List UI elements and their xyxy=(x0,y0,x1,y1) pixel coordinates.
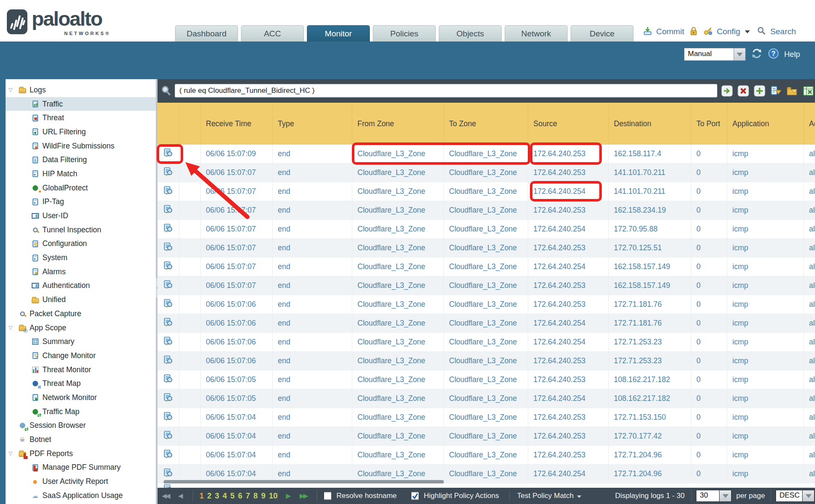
cell-detail[interactable] xyxy=(158,239,179,258)
export-icon[interactable] xyxy=(803,85,814,97)
first-page-button[interactable]: ◀◀ xyxy=(162,492,169,500)
cell-to-zone[interactable]: Cloudflare_L3_Zone xyxy=(444,465,528,483)
sidebar-item-wildfire-submissions[interactable]: ▲WildFire Submissions xyxy=(6,139,156,153)
cell-to-zone[interactable]: Cloudflare_L3_Zone xyxy=(444,446,528,465)
cell-destination[interactable]: 162.158.234.19 xyxy=(609,201,691,220)
expander-icon[interactable]: ▽ xyxy=(9,87,18,93)
refresh-mode-dropdown-icon[interactable] xyxy=(734,48,746,61)
config-button[interactable]: Config xyxy=(717,27,740,36)
log-row-15[interactable]: 06/06 15:07:04endCloudflare_L3_ZoneCloud… xyxy=(158,408,815,427)
cell-source[interactable]: 172.64.240.253 xyxy=(528,276,609,295)
cell-detail[interactable] xyxy=(158,352,179,371)
sidebar-item-configuration[interactable]: ⚙Configuration xyxy=(6,237,156,251)
cell-source[interactable]: 172.64.240.254 xyxy=(528,333,609,352)
log-detail-icon[interactable] xyxy=(164,243,173,253)
log-detail-icon[interactable] xyxy=(164,205,173,216)
log-detail-icon[interactable] xyxy=(164,337,173,347)
log-row-7[interactable]: 06/06 15:07:07endCloudflare_L3_ZoneCloud… xyxy=(158,258,815,276)
page-number-2[interactable]: 2 xyxy=(207,492,211,501)
cell-to-zone[interactable]: Cloudflare_L3_Zone xyxy=(444,408,528,427)
log-row-13[interactable]: 06/06 15:07:05endCloudflare_L3_ZoneCloud… xyxy=(158,371,815,389)
sort-order-select[interactable]: DESC xyxy=(776,490,815,502)
cell-detail[interactable] xyxy=(158,201,179,220)
per-page-dropdown-icon[interactable] xyxy=(720,490,732,502)
log-detail-icon[interactable] xyxy=(164,167,173,178)
sidebar-item-traffic-map[interactable]: ⇄Traffic Map xyxy=(6,405,156,419)
sidebar-item-tunnel-inspection[interactable]: Tunnel Inspection xyxy=(6,223,156,237)
tab-monitor[interactable]: Monitor xyxy=(307,25,370,42)
page-number-5[interactable]: 5 xyxy=(230,492,235,501)
cell-destination[interactable]: 172.70.125.51 xyxy=(609,239,691,258)
cell-destination[interactable]: 141.101.70.211 xyxy=(609,182,691,201)
log-row-1[interactable]: 06/06 15:07:09endCloudflare_L3_ZoneCloud… xyxy=(158,145,815,163)
cell-detail[interactable] xyxy=(158,276,179,295)
sidebar-item-data-filtering[interactable]: ≡Data Filtering xyxy=(6,153,156,167)
cell-to-zone[interactable]: Cloudflare_L3_Zone xyxy=(444,182,528,201)
cell-detail[interactable] xyxy=(158,220,179,239)
cell-detail[interactable] xyxy=(158,389,179,408)
cell-from-zone[interactable]: Cloudflare_L3_Zone xyxy=(352,314,444,333)
config-caret-icon[interactable] xyxy=(745,30,750,33)
refresh-icon[interactable] xyxy=(751,47,763,61)
page-number-8[interactable]: 8 xyxy=(253,492,258,501)
cell-detail[interactable] xyxy=(158,333,179,352)
cell-to-zone[interactable]: Cloudflare_L3_Zone xyxy=(444,239,528,258)
sort-order-dropdown-icon[interactable] xyxy=(803,490,815,502)
cell-destination[interactable]: 172.70.95.88 xyxy=(609,220,691,239)
column-header-action[interactable]: Action xyxy=(804,103,815,145)
cell-to-zone[interactable]: Cloudflare_L3_Zone xyxy=(444,352,528,371)
log-detail-icon[interactable] xyxy=(164,431,173,442)
sidebar-item-app-scope[interactable]: ▽◎App Scope xyxy=(6,321,156,335)
tab-dashboard[interactable]: Dashboard xyxy=(175,25,238,42)
sidebar-item-ip-tag[interactable]: ▪IP-Tag xyxy=(6,195,156,209)
sidebar-item-logs[interactable]: ▽Logs xyxy=(6,83,156,97)
cell-detail[interactable] xyxy=(158,314,179,333)
log-row-14[interactable]: 06/06 15:07:05endCloudflare_L3_ZoneCloud… xyxy=(158,389,815,408)
search-button[interactable]: Search xyxy=(770,27,796,36)
sidebar-item-saas-application-usage[interactable]: ☁SaaS Application Usage xyxy=(6,489,156,503)
cell-destination[interactable]: 172.71.181.76 xyxy=(609,314,691,333)
help-label[interactable]: Help xyxy=(784,50,800,59)
cell-to-zone[interactable]: Cloudflare_L3_Zone xyxy=(444,276,528,295)
cell-to-zone[interactable]: Cloudflare_L3_Zone xyxy=(444,145,528,163)
page-number-1[interactable]: 1 xyxy=(199,492,204,501)
sidebar-item-system[interactable]: ▪System xyxy=(6,251,156,265)
log-detail-icon[interactable] xyxy=(164,484,173,488)
log-row-16[interactable]: 06/06 15:07:04endCloudflare_L3_ZoneCloud… xyxy=(158,427,815,446)
log-detail-icon[interactable] xyxy=(164,393,173,404)
column-header-to-zone[interactable]: To Zone xyxy=(444,103,528,145)
column-header-to-port[interactable]: To Port xyxy=(691,103,727,145)
cell-from-zone[interactable]: Cloudflare_L3_Zone xyxy=(352,163,444,182)
cell-detail[interactable] xyxy=(158,446,179,465)
log-row-17[interactable]: 06/06 15:07:04endCloudflare_L3_ZoneCloud… xyxy=(158,446,815,465)
cell-to-zone[interactable]: Cloudflare_L3_Zone xyxy=(444,371,528,389)
sidebar-item-threat-monitor[interactable]: Threat Monitor xyxy=(6,363,156,377)
cell-from-zone[interactable]: Cloudflare_L3_Zone xyxy=(352,446,444,465)
cell-source[interactable]: 172.64.240.253 xyxy=(528,427,609,446)
sidebar-item-pdf-reports[interactable]: ▽▙PDF Reports xyxy=(6,447,156,461)
log-row-4[interactable]: 06/06 15:07:07endCloudflare_L3_ZoneCloud… xyxy=(158,201,815,220)
cell-to-zone[interactable]: Cloudflare_L3_Zone xyxy=(444,427,528,446)
save-filter-icon[interactable] xyxy=(770,85,782,97)
cell-detail[interactable] xyxy=(158,408,179,427)
log-detail-icon[interactable] xyxy=(164,318,173,329)
sidebar-item-hip-match[interactable]: ▪HIP Match xyxy=(6,167,156,181)
load-filter-icon[interactable] xyxy=(786,85,798,97)
add-filter-icon[interactable] xyxy=(754,85,765,97)
sidebar-item-traffic[interactable]: ⇄Traffic xyxy=(6,97,156,111)
cell-source[interactable]: 172.64.240.253 xyxy=(528,239,609,258)
cell-from-zone[interactable]: Cloudflare_L3_Zone xyxy=(352,276,444,295)
log-detail-icon[interactable] xyxy=(164,224,173,234)
cell-from-zone[interactable]: Cloudflare_L3_Zone xyxy=(352,371,444,389)
sidebar-item-network-monitor[interactable]: ▲Network Monitor xyxy=(6,391,156,405)
cell-destination[interactable]: 172.70.177.42 xyxy=(609,427,691,446)
cell-to-zone[interactable]: Cloudflare_L3_Zone xyxy=(444,314,528,333)
cell-from-zone[interactable]: Cloudflare_L3_Zone xyxy=(352,258,444,276)
log-row-12[interactable]: 06/06 15:07:06endCloudflare_L3_ZoneCloud… xyxy=(158,352,815,371)
log-detail-icon[interactable] xyxy=(164,412,173,423)
cell-from-zone[interactable]: Cloudflare_L3_Zone xyxy=(352,352,444,371)
cell-detail[interactable] xyxy=(158,427,179,446)
log-row-6[interactable]: 06/06 15:07:07endCloudflare_L3_ZoneCloud… xyxy=(158,239,815,258)
cell-source[interactable]: 172.64.240.253 xyxy=(528,352,609,371)
tab-device[interactable]: Device xyxy=(571,25,634,42)
